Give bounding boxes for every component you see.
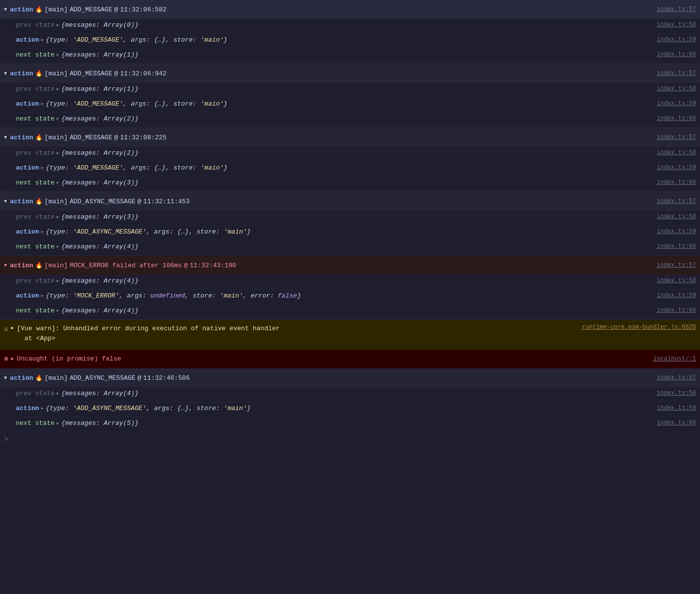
prev-state-label-4: prev state xyxy=(16,213,55,221)
store-tag-1: [main] xyxy=(45,6,68,13)
prev-state-file-5[interactable]: index.ts:58 xyxy=(657,277,696,284)
action-child-label-6: action xyxy=(16,405,39,412)
file-link-1[interactable]: index.ts:57 xyxy=(657,6,696,13)
bolt-icon-1: 🔥 xyxy=(35,6,43,13)
action-at-2: @ xyxy=(114,70,118,77)
child-row-prev-1: prev state ▶ {messages: Array(0)} index.… xyxy=(0,19,700,34)
next-state-content-3: {messages: Array(3)} xyxy=(61,179,138,186)
action-children-6: prev state ▶ {messages: Array(4)} index.… xyxy=(0,387,700,432)
child-chevron-next-5: ▶ xyxy=(57,308,59,313)
action-at-5: @ xyxy=(184,262,188,269)
warning-file-link[interactable]: runtime-core.esm-bundler.js:6620 xyxy=(582,324,696,331)
bolt-icon-3: 🔥 xyxy=(35,134,43,141)
child-chevron-action-2: ▶ xyxy=(41,101,44,107)
chevron-icon-6: ▼ xyxy=(4,375,7,381)
prev-state-file-1[interactable]: index.ts:58 xyxy=(657,21,696,28)
file-link-4[interactable]: index.ts:57 xyxy=(657,198,696,205)
store-tag-6: [main] xyxy=(45,374,68,382)
action-name-2: ADD_MESSAGE xyxy=(70,70,113,77)
prev-state-file-4[interactable]: index.ts:58 xyxy=(657,213,696,220)
prev-state-file-6[interactable]: index.ts:58 xyxy=(657,390,696,397)
action-header-5[interactable]: ▼ action 🔥 [main] MOCK_ERROR failed afte… xyxy=(0,256,700,275)
child-chevron-prev-3: ▶ xyxy=(57,150,59,156)
next-state-label-5: next state xyxy=(16,307,55,314)
chevron-icon-2: ▼ xyxy=(4,71,7,76)
child-row-next-5: next state ▶ {messages: Array(4)} index.… xyxy=(0,304,700,319)
action-header-2[interactable]: ▼ action 🔥 [main] ADD_MESSAGE @ 11:32:06… xyxy=(0,64,700,83)
child-row-action-5: action ▶ {type: 'MOCK_ERROR', args: unde… xyxy=(0,290,700,304)
action-group-6: ▼ action 🔥 [main] ADD_ASYNC_MESSAGE @ 11… xyxy=(0,368,700,432)
prev-state-content-5: {messages: Array(4)} xyxy=(61,277,138,285)
file-link-6[interactable]: index.ts:57 xyxy=(657,374,696,381)
file-link-3[interactable]: index.ts:57 xyxy=(657,134,696,141)
child-row-prev-6: prev state ▶ {messages: Array(4)} index.… xyxy=(0,387,700,402)
prev-state-label-3: prev state xyxy=(16,149,55,157)
action-name-3: ADD_MESSAGE xyxy=(70,134,113,141)
action-child-file-4[interactable]: index.ts:59 xyxy=(657,228,696,235)
action-at-1: @ xyxy=(114,6,118,13)
next-state-content-2: {messages: Array(2)} xyxy=(61,115,138,122)
child-chevron-action-3: ▶ xyxy=(41,165,44,171)
bolt-icon-2: 🔥 xyxy=(35,70,43,77)
action-group-5: ▼ action 🔥 [main] MOCK_ERROR failed afte… xyxy=(0,256,700,320)
timestamp-1: 11:32:06:582 xyxy=(120,6,167,13)
action-header-4[interactable]: ▼ action 🔥 [main] ADD_ASYNC_MESSAGE @ 11… xyxy=(0,192,700,211)
timestamp-2: 11:32:06:942 xyxy=(120,70,167,77)
child-row-action-2: action ▶ {type: 'ADD_MESSAGE', args: {…}… xyxy=(0,98,700,113)
action-group-4: ▼ action 🔥 [main] ADD_ASYNC_MESSAGE @ 11… xyxy=(0,192,700,256)
action-header-6[interactable]: ▼ action 🔥 [main] ADD_ASYNC_MESSAGE @ 11… xyxy=(0,368,700,387)
prev-state-content-2: {messages: Array(1)} xyxy=(61,85,138,93)
next-state-file-6[interactable]: index.ts:66 xyxy=(657,419,696,426)
action-header-left-4: ▼ action 🔥 [main] ADD_ASYNC_MESSAGE @ 11… xyxy=(4,198,190,205)
child-row-action-6: action ▶ {type: 'ADD_ASYNC_MESSAGE', arg… xyxy=(0,402,700,417)
action-child-file-2[interactable]: index.ts:59 xyxy=(657,100,696,107)
action-child-file-5[interactable]: index.ts:59 xyxy=(657,292,696,299)
prev-state-file-3[interactable]: index.ts:58 xyxy=(657,149,696,156)
action-header-left-5: ▼ action 🔥 [main] MOCK_ERROR failed afte… xyxy=(4,262,236,269)
timestamp-5: 11:32:43:190 xyxy=(190,262,236,269)
child-chevron-action-4: ▶ xyxy=(41,229,44,235)
child-row-action-3: action ▶ {type: 'ADD_MESSAGE', args: {…}… xyxy=(0,162,700,177)
action-name-6: ADD_ASYNC_MESSAGE xyxy=(70,374,136,382)
next-state-content-5: {messages: Array(4)} xyxy=(61,307,138,314)
chevron-icon-3: ▼ xyxy=(4,135,7,140)
next-state-file-4[interactable]: index.ts:66 xyxy=(657,243,696,250)
prev-state-label-5: prev state xyxy=(16,277,55,285)
action-child-file-3[interactable]: index.ts:59 xyxy=(657,164,696,171)
action-name-5: MOCK_ERROR failed after 106ms xyxy=(70,262,182,269)
file-link-5[interactable]: index.ts:57 xyxy=(657,262,696,269)
store-tag-4: [main] xyxy=(45,198,68,205)
action-group-2: ▼ action 🔥 [main] ADD_MESSAGE @ 11:32:06… xyxy=(0,64,700,128)
action-header-left-2: ▼ action 🔥 [main] ADD_MESSAGE @ 11:32:06… xyxy=(4,70,167,77)
action-child-content-1: {type: 'ADD_MESSAGE', args: {…}, store: … xyxy=(46,36,228,44)
action-child-label-4: action xyxy=(16,228,39,236)
timestamp-4: 11:32:11:453 xyxy=(143,198,190,205)
prev-state-file-2[interactable]: index.ts:58 xyxy=(657,85,696,92)
file-link-2[interactable]: index.ts:57 xyxy=(657,70,696,77)
child-row-prev-3: prev state ▶ {messages: Array(2)} index.… xyxy=(0,147,700,162)
action-child-content-5: {type: 'MOCK_ERROR', args: undefined, st… xyxy=(46,292,301,299)
next-state-file-2[interactable]: index.ts:66 xyxy=(657,115,696,122)
child-chevron-next-4: ▶ xyxy=(57,244,59,249)
err-chevron-icon: ▶ xyxy=(11,356,13,361)
bolt-icon-6: 🔥 xyxy=(35,374,43,382)
next-state-file-1[interactable]: index.ts:66 xyxy=(657,51,696,58)
console-container: ▼ action 🔥 [main] ADD_MESSAGE @ 11:32:06… xyxy=(0,0,700,446)
action-child-file-6[interactable]: index.ts:59 xyxy=(657,405,696,412)
prompt-row[interactable]: > xyxy=(0,432,700,446)
action-child-content-4: {type: 'ADD_ASYNC_MESSAGE', args: {…}, s… xyxy=(46,228,251,236)
warn-chevron-icon: ▶ xyxy=(11,325,13,331)
prev-state-content-1: {messages: Array(0)} xyxy=(61,21,138,29)
child-chevron-next-2: ▶ xyxy=(57,116,59,121)
action-header-1[interactable]: ▼ action 🔥 [main] ADD_MESSAGE @ 11:32:06… xyxy=(0,0,700,19)
next-state-file-5[interactable]: index.ts:66 xyxy=(657,307,696,314)
next-state-content-4: {messages: Array(4)} xyxy=(61,243,138,250)
action-child-file-1[interactable]: index.ts:59 xyxy=(657,36,696,43)
next-state-file-3[interactable]: index.ts:66 xyxy=(657,179,696,186)
action-header-3[interactable]: ▼ action 🔥 [main] ADD_MESSAGE @ 11:32:08… xyxy=(0,128,700,147)
bolt-icon-4: 🔥 xyxy=(35,198,43,205)
uncaught-file-link[interactable]: localhost/:1 xyxy=(653,356,696,362)
child-row-next-3: next state ▶ {messages: Array(3)} index.… xyxy=(0,177,700,191)
child-chevron-next-3: ▶ xyxy=(57,180,59,185)
action-name-4: ADD_ASYNC_MESSAGE xyxy=(70,198,136,205)
